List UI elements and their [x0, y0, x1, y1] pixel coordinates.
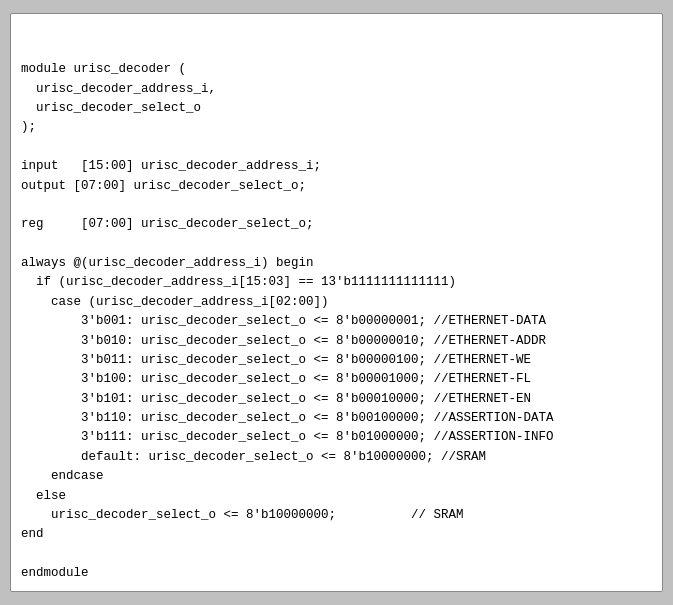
code-line	[21, 545, 652, 564]
code-line: endcase	[21, 467, 652, 486]
code-line: if (urisc_decoder_address_i[15:03] == 13…	[21, 273, 652, 292]
code-line: reg [07:00] urisc_decoder_select_o;	[21, 215, 652, 234]
code-line: end	[21, 525, 652, 544]
code-line: urisc_decoder_select_o	[21, 99, 652, 118]
code-line: endmodule	[21, 564, 652, 583]
code-line: 3'b110: urisc_decoder_select_o <= 8'b001…	[21, 409, 652, 428]
code-line: input [15:00] urisc_decoder_address_i;	[21, 157, 652, 176]
code-line: 3'b010: urisc_decoder_select_o <= 8'b000…	[21, 332, 652, 351]
code-line: always @(urisc_decoder_address_i) begin	[21, 254, 652, 273]
code-line: 3'b111: urisc_decoder_select_o <= 8'b010…	[21, 428, 652, 447]
code-line: 3'b100: urisc_decoder_select_o <= 8'b000…	[21, 370, 652, 389]
code-block: module urisc_decoder ( urisc_decoder_add…	[21, 22, 652, 584]
code-line: 3'b011: urisc_decoder_select_o <= 8'b000…	[21, 351, 652, 370]
code-line: 3'b001: urisc_decoder_select_o <= 8'b000…	[21, 312, 652, 331]
code-line	[21, 196, 652, 215]
code-line: 3'b101: urisc_decoder_select_o <= 8'b000…	[21, 390, 652, 409]
code-line: case (urisc_decoder_address_i[02:00])	[21, 293, 652, 312]
code-line: else	[21, 487, 652, 506]
code-line: urisc_decoder_select_o <= 8'b10000000; /…	[21, 506, 652, 525]
code-line	[21, 138, 652, 157]
code-editor-window: module urisc_decoder ( urisc_decoder_add…	[10, 13, 663, 593]
code-line: output [07:00] urisc_decoder_select_o;	[21, 177, 652, 196]
code-line: urisc_decoder_address_i,	[21, 80, 652, 99]
code-line: module urisc_decoder (	[21, 60, 652, 79]
code-line	[21, 235, 652, 254]
code-line: );	[21, 118, 652, 137]
code-line: default: urisc_decoder_select_o <= 8'b10…	[21, 448, 652, 467]
